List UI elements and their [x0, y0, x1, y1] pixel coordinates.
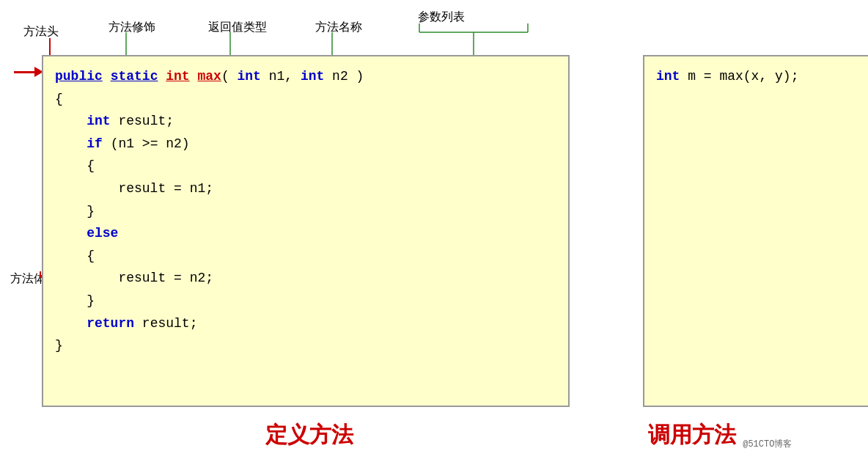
- public-keyword: public: [55, 69, 103, 84]
- right-code-box: int m = max(x, y);: [643, 55, 868, 407]
- svg-text:方法体: 方法体: [10, 272, 45, 285]
- left-section: public static int max( int n1, int n2 ) …: [42, 55, 577, 407]
- left-code-box: public static int max( int n1, int n2 ) …: [42, 55, 570, 407]
- if-keyword: if: [87, 136, 103, 151]
- svg-text:方法名称: 方法名称: [315, 21, 362, 33]
- call-label: 调用方法: [648, 422, 736, 447]
- svg-text:返回值类型: 返回值类型: [208, 21, 267, 33]
- right-section: int m = max(x, y);: [614, 55, 863, 407]
- method-head-arrow: [14, 67, 43, 77]
- static-keyword: static: [111, 69, 158, 84]
- bottom-labels: 定义方法 调用方法 @51CTO博客: [42, 420, 863, 450]
- param2-type: int: [301, 69, 324, 84]
- method-head-text: 方法头: [23, 25, 59, 37]
- return-keyword: return: [87, 316, 134, 331]
- main-container: 方法头 方法修饰 返回值类型 方法名称 参数列表 方法体: [0, 0, 868, 462]
- define-label: 定义方法: [265, 422, 353, 447]
- else-keyword: else: [87, 226, 118, 241]
- result-decl-type: int: [87, 114, 110, 128]
- svg-text:方法修饰: 方法修饰: [108, 21, 155, 33]
- define-label-container: 定义方法: [42, 420, 577, 450]
- call-label-container: 调用方法 @51CTO博客: [577, 420, 863, 450]
- param1-type: int: [237, 69, 260, 84]
- svg-text:参数列表: 参数列表: [418, 10, 465, 23]
- call-int-keyword: int: [656, 69, 680, 84]
- watermark: @51CTO博客: [743, 439, 792, 450]
- method-name-max: max: [197, 69, 221, 84]
- return-type-int: int: [166, 69, 189, 84]
